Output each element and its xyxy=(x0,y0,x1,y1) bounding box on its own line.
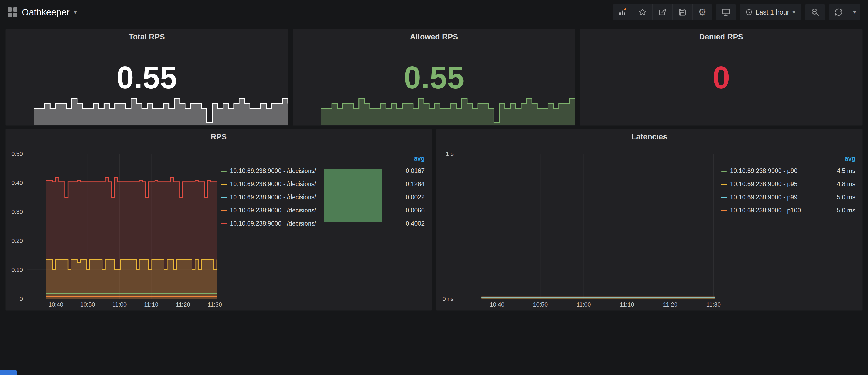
y-tick-label: 0.50 xyxy=(11,150,23,157)
series-color-dash[interactable] xyxy=(721,170,727,171)
series-color-dash[interactable] xyxy=(721,210,727,211)
series-label[interactable]: 10.10.69.238:9000 - /decisions/ xyxy=(230,207,316,214)
share-button[interactable] xyxy=(652,4,672,20)
series-label[interactable]: 10.10.69.238:9000 - p100 xyxy=(730,207,801,214)
chevron-down-icon: ▾ xyxy=(853,9,856,15)
y-tick-label: 0.40 xyxy=(11,180,23,186)
series-label[interactable]: 10.10.69.238:9000 - p95 xyxy=(730,181,798,188)
zoom-out-button[interactable] xyxy=(805,4,825,20)
navbar-right: ⚙ Last 1 hour ▾ xyxy=(613,4,861,20)
x-tick-label: 11:10 xyxy=(620,301,634,308)
series-color-dash[interactable] xyxy=(721,184,727,185)
y-axis: 0.500.400.300.200.100 xyxy=(8,154,27,299)
green-overlay-box xyxy=(324,169,381,222)
panel-latencies: Latencies 1 s0 ns 10:4010:5011:0011:1011… xyxy=(436,129,863,311)
bottom-left-chip[interactable] xyxy=(0,370,17,375)
stats-row: Total RPS 0.55 Allowed RPS 0.55 Denied R… xyxy=(5,29,863,126)
save-button[interactable] xyxy=(672,4,692,20)
series-avg-value: 0.0022 xyxy=(400,194,425,201)
x-tick-label: 11:10 xyxy=(144,301,158,308)
x-tick-label: 10:40 xyxy=(490,301,504,308)
time-picker-group: Last 1 hour ▾ xyxy=(740,4,801,20)
series-label[interactable]: 10.10.69.238:9000 - p90 xyxy=(730,167,798,175)
dashboard-title[interactable]: Oathkeeper xyxy=(22,7,70,18)
latencies-graph-body: 1 s0 ns 10:4010:5011:0011:1011:2011:30 a… xyxy=(436,143,862,310)
graphs-row: RPS 0.500.400.300.200.100 10:4010:5011:0… xyxy=(5,129,863,311)
series-label[interactable]: 10.10.69.238:9000 - /decisions/ xyxy=(230,220,316,227)
y-tick-label: 1 s xyxy=(446,150,454,157)
latencies-plot[interactable] xyxy=(458,154,719,299)
x-axis: 10:4010:5011:0011:1011:2011:30 xyxy=(458,299,719,309)
time-range-picker[interactable]: Last 1 hour ▾ xyxy=(740,4,801,20)
series-label[interactable]: 10.10.69.238:9000 - /decisions/ xyxy=(230,167,316,175)
series-avg-value: 5.0 ms xyxy=(832,207,856,214)
series-label[interactable]: 10.10.69.238:9000 - /decisions/ xyxy=(230,194,316,201)
allowed-rps-sparkline xyxy=(321,95,575,125)
panel-rps: RPS 0.500.400.300.200.100 10:4010:5011:0… xyxy=(5,129,432,311)
zoom-out-icon xyxy=(811,8,819,16)
add-panel-button[interactable] xyxy=(613,4,632,20)
y-tick-label: 0 xyxy=(20,295,23,303)
series-avg-value: 0.0066 xyxy=(400,207,425,214)
series-label[interactable]: 10.10.69.238:9000 - p99 xyxy=(730,194,798,201)
panel-denied-rps: Denied RPS 0 xyxy=(580,29,863,126)
x-tick-label: 11:00 xyxy=(577,301,591,308)
panel-title[interactable]: Denied RPS xyxy=(580,29,862,44)
x-tick-label: 11:20 xyxy=(176,301,190,308)
settings-button[interactable]: ⚙ xyxy=(692,4,712,20)
dashboards-grid-icon[interactable] xyxy=(7,7,18,17)
series-color-dash[interactable] xyxy=(221,197,227,198)
stat-value-denied-rps: 0 xyxy=(580,62,862,93)
refresh-interval-dropdown[interactable]: ▾ xyxy=(849,4,861,20)
series-avg-value: 0.4002 xyxy=(400,220,425,227)
panel-title[interactable]: Allowed RPS xyxy=(293,29,575,44)
navbar-left: Oathkeeper ▾ xyxy=(7,7,77,18)
refresh-icon xyxy=(835,8,843,16)
tv-mode-button[interactable] xyxy=(716,4,736,20)
y-tick-label: 0.10 xyxy=(11,267,23,274)
panel-title[interactable]: Latencies xyxy=(436,129,862,144)
series-color-dash[interactable] xyxy=(221,223,227,224)
x-tick-label: 11:20 xyxy=(663,301,677,308)
y-tick-label: 0 ns xyxy=(442,295,454,303)
stat-value-allowed-rps: 0.55 xyxy=(293,62,575,93)
legend-row[interactable]: 10.10.69.238:9000 - p954.8 ms xyxy=(719,178,860,191)
series-color-dash[interactable] xyxy=(221,170,227,171)
panel-total-rps: Total RPS 0.55 xyxy=(5,29,288,126)
share-icon xyxy=(658,8,666,16)
star-icon xyxy=(639,8,647,16)
panel-title[interactable]: Total RPS xyxy=(6,29,288,44)
gear-icon: ⚙ xyxy=(698,7,706,17)
y-tick-label: 0.30 xyxy=(11,209,23,215)
x-tick-label: 10:40 xyxy=(49,301,63,308)
legend-row[interactable]: 10.10.69.238:9000 - p1005.0 ms xyxy=(719,204,860,217)
x-tick-label: 10:50 xyxy=(533,301,548,308)
rps-plot[interactable] xyxy=(27,154,219,299)
panel-title[interactable]: RPS xyxy=(6,129,432,144)
series-avg-value: 4.5 ms xyxy=(832,167,856,175)
add-panel-icon xyxy=(618,8,627,17)
x-axis: 10:4010:5011:0011:1011:2011:30 xyxy=(27,299,219,309)
panel-allowed-rps: Allowed RPS 0.55 xyxy=(293,29,576,126)
time-range-label: Last 1 hour xyxy=(756,8,789,16)
chevron-down-icon[interactable]: ▾ xyxy=(74,9,77,15)
rps-graph-body: 0.500.400.300.200.100 10:4010:5011:0011:… xyxy=(6,143,432,310)
dashboard-grid: Total RPS 0.55 Allowed RPS 0.55 Denied R… xyxy=(0,24,868,311)
cycle-view-group xyxy=(716,4,736,20)
zoom-out-group xyxy=(805,4,825,20)
y-tick-label: 0.20 xyxy=(11,238,23,245)
legend-avg-header: avg xyxy=(219,154,429,164)
navbar: Oathkeeper ▾ xyxy=(0,0,868,24)
series-color-dash[interactable] xyxy=(221,210,227,211)
legend-row[interactable]: 10.10.69.238:9000 - p904.5 ms xyxy=(719,164,860,178)
rps-chart-area: 0.500.400.300.200.100 10:4010:5011:0011:… xyxy=(8,143,219,309)
legend-row[interactable]: 10.10.69.238:9000 - p995.0 ms xyxy=(719,191,860,204)
rps-legend: avg10.10.69.238:9000 - /decisions/0.0167… xyxy=(219,143,429,309)
series-color-dash[interactable] xyxy=(221,184,227,185)
series-label[interactable]: 10.10.69.238:9000 - /decisions/ xyxy=(230,181,316,188)
series-avg-value: 5.0 ms xyxy=(832,194,856,201)
series-color-dash[interactable] xyxy=(721,197,727,198)
y-axis: 1 s0 ns xyxy=(439,154,458,299)
star-button[interactable] xyxy=(632,4,652,20)
refresh-button[interactable] xyxy=(829,4,849,20)
